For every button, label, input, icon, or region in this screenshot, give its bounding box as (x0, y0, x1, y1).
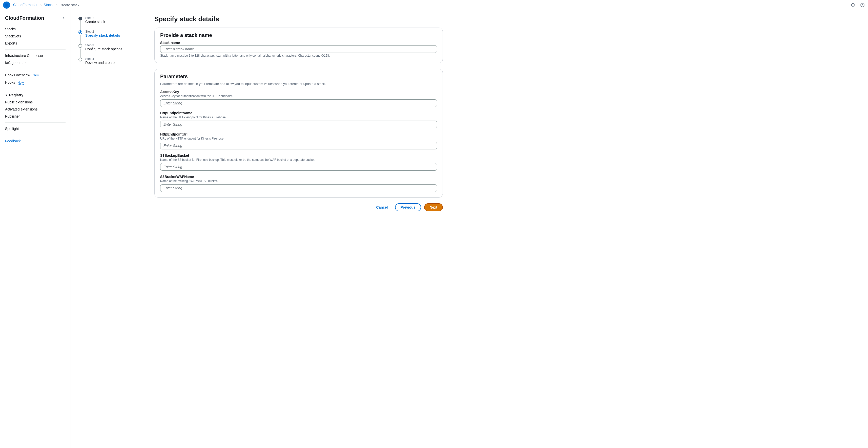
field-httpendpointurl: HttpEndpointUrl URL of the HTTP endpoint… (160, 132, 437, 149)
sidebar-item-hooks[interactable]: Hooks New (5, 79, 66, 86)
step-marker-pending-icon (79, 58, 82, 62)
accesskey-input[interactable] (160, 99, 437, 107)
divider (5, 135, 66, 135)
collapse-sidebar-icon[interactable] (62, 16, 66, 20)
step-label: Step 1 (85, 16, 105, 20)
panel-title: Provide a stack name (160, 32, 437, 38)
sidebar-item-stacksets[interactable]: StackSets (5, 33, 66, 40)
field-label: HttpEndpointName (160, 111, 437, 115)
step-label: Step 2 (85, 30, 120, 33)
sidebar-item-label: Registry (9, 93, 23, 97)
sidebar-item-activated-extensions[interactable]: Activated extensions (5, 106, 66, 113)
step-marker-done-icon (79, 17, 82, 21)
breadcrumb-service[interactable]: CloudFormation (13, 3, 38, 7)
panel-stack-name: Provide a stack name Stack name Stack na… (154, 28, 443, 63)
top-bar: CloudFormation › Stacks › Create stack (0, 0, 868, 10)
httpendpointname-input[interactable] (160, 120, 437, 128)
field-stack-name: Stack name Stack name must be 1 to 128 c… (160, 41, 437, 58)
page-title: Specify stack details (154, 15, 443, 23)
sidebar-item-publisher[interactable]: Publisher (5, 113, 66, 120)
sidebar: CloudFormation Stacks StackSets Exports … (0, 10, 71, 448)
step-title: Create stack (85, 20, 105, 24)
field-label: S3BucketWAFName (160, 175, 437, 179)
sidebar-item-label: Hooks (5, 80, 15, 84)
breadcrumb-current: Create stack (59, 3, 80, 7)
sidebar-title: CloudFormation (5, 15, 44, 21)
info-icon[interactable] (850, 3, 856, 8)
breadcrumb-stacks[interactable]: Stacks (43, 3, 54, 7)
field-label: AccessKey (160, 90, 437, 94)
main-content: Step 1 Create stack Step 2 Specify stack… (71, 10, 868, 448)
panel-description: Parameters are defined in your template … (160, 82, 437, 86)
wizard-step-4[interactable]: Step 4 Review and create (79, 57, 144, 71)
s3bucketwafname-input[interactable] (160, 184, 437, 192)
divider (5, 69, 66, 69)
sidebar-item-label: Hooks overview (5, 73, 30, 77)
form-column: Specify stack details Provide a stack na… (154, 15, 443, 440)
field-hint: Stack name must be 1 to 128 characters, … (160, 54, 437, 58)
step-title: Review and create (85, 61, 115, 65)
sidebar-item-feedback[interactable]: Feedback (5, 138, 66, 145)
sidebar-item-iac-generator[interactable]: IaC generator (5, 59, 66, 66)
field-hint: Access key for authentication with the H… (160, 94, 437, 98)
wizard-steps: Step 1 Create stack Step 2 Specify stack… (79, 15, 144, 440)
field-hint: Name of the existing AWS WAF S3 bucket. (160, 179, 437, 183)
wizard-step-1[interactable]: Step 1 Create stack (79, 16, 144, 30)
step-title: Specify stack details (85, 33, 120, 37)
step-label: Step 4 (85, 57, 115, 61)
sidebar-item-hooks-overview[interactable]: Hooks overview New (5, 72, 66, 79)
field-label: HttpEndpointUrl (160, 132, 437, 136)
menu-button[interactable] (3, 2, 10, 9)
chevron-right-icon: › (40, 3, 42, 7)
step-title: Configure stack options (85, 47, 122, 51)
field-httpendpointname: HttpEndpointName Name of the HTTP endpoi… (160, 111, 437, 128)
httpendpointurl-input[interactable] (160, 142, 437, 149)
divider (858, 3, 858, 7)
field-hint: URL of the HTTP endpoint for Kinesis Fir… (160, 137, 437, 140)
field-label: Stack name (160, 41, 437, 45)
sidebar-item-infrastructure-composer[interactable]: Infrastructure Composer (5, 52, 66, 59)
sidebar-item-spotlight[interactable]: Spotlight (5, 125, 66, 132)
cancel-button[interactable]: Cancel (372, 203, 392, 211)
field-s3backupbucket: S3BackupBucket Name of the S3 bucket for… (160, 153, 437, 171)
divider (5, 49, 66, 49)
field-hint: Name of the HTTP endpoint for Kinesis Fi… (160, 115, 437, 119)
sidebar-item-stacks[interactable]: Stacks (5, 26, 66, 33)
previous-button[interactable]: Previous (395, 203, 421, 211)
field-accesskey: AccessKey Access key for authentication … (160, 90, 437, 107)
sidebar-item-exports[interactable]: Exports (5, 40, 66, 47)
step-label: Step 3 (85, 43, 122, 47)
top-icons (850, 3, 865, 8)
panel-title: Parameters (160, 74, 437, 79)
sidebar-header: CloudFormation (5, 15, 66, 21)
field-label: S3BackupBucket (160, 153, 437, 158)
step-marker-pending-icon (79, 44, 82, 48)
s3backupbucket-input[interactable] (160, 163, 437, 171)
field-s3bucketwafname: S3BucketWAFName Name of the existing AWS… (160, 175, 437, 192)
menu-icon (5, 3, 9, 7)
footer-buttons: Cancel Previous Next (154, 203, 443, 211)
wizard-step-3[interactable]: Step 3 Configure stack options (79, 43, 144, 57)
next-button[interactable]: Next (424, 203, 443, 211)
chevron-right-icon: › (56, 3, 57, 7)
stack-name-input[interactable] (160, 45, 437, 53)
sidebar-group-registry[interactable]: ▼ Registry (5, 92, 66, 99)
breadcrumb: CloudFormation › Stacks › Create stack (13, 3, 850, 7)
wizard-step-2[interactable]: Step 2 Specify stack details (79, 30, 144, 43)
new-badge: New (18, 81, 24, 85)
panel-parameters: Parameters Parameters are defined in you… (154, 69, 443, 198)
caret-down-icon: ▼ (5, 94, 8, 97)
sidebar-item-public-extensions[interactable]: Public extensions (5, 99, 66, 106)
step-marker-active-icon (79, 30, 82, 34)
new-badge: New (33, 74, 39, 77)
field-hint: Name of the S3 bucket for Firehose backu… (160, 158, 437, 162)
clock-icon[interactable] (860, 3, 865, 8)
